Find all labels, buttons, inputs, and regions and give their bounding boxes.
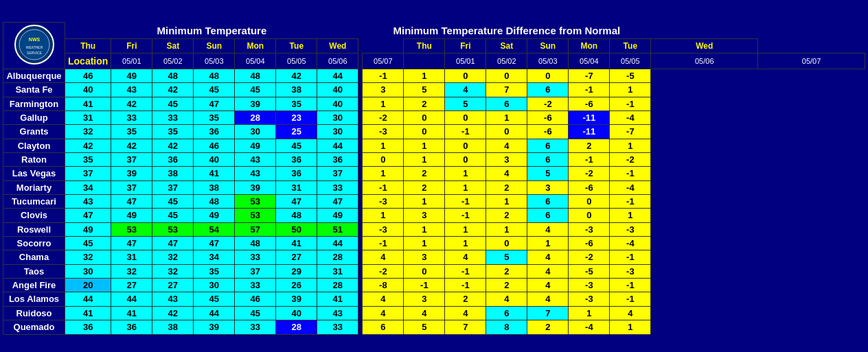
temp-6-2: 36 <box>152 152 194 166</box>
temp-9-5: 47 <box>276 194 317 208</box>
diff-4-2: -1 <box>445 125 486 139</box>
temp-1-5: 38 <box>276 83 317 97</box>
location-1: Santa Fe <box>3 83 65 97</box>
diff-6-5: -1 <box>569 152 610 166</box>
diff-11-3: 1 <box>486 222 527 236</box>
diff-13-1: 3 <box>404 250 445 264</box>
temp-14-0: 30 <box>65 264 111 278</box>
temp-18-3: 39 <box>194 320 235 334</box>
diff-12-0: -1 <box>363 236 404 250</box>
temp-2-0: 41 <box>65 97 111 110</box>
diff-6-1: 1 <box>404 152 445 166</box>
temp-13-5: 27 <box>276 250 317 264</box>
temp-11-2: 53 <box>152 222 194 236</box>
diff-15-3: 2 <box>486 278 527 292</box>
table-row: Ruidoso414142444540434446714 <box>3 306 865 320</box>
diff-13-0: 4 <box>363 250 404 264</box>
diff-0-2: 0 <box>445 69 486 83</box>
location-7: Las Vegas <box>3 167 65 180</box>
temp-8-4: 39 <box>235 180 276 194</box>
main-container: NWS WEATHER SERVICE Minimum Temperature … <box>3 22 865 330</box>
table-row: Raton3537364043363601036-1-2 <box>3 152 865 166</box>
table-row: Taos30323235372931-20-124-5-3 <box>3 264 865 278</box>
temp-16-1: 44 <box>111 292 152 306</box>
diff-8-0: -1 <box>363 180 404 194</box>
min-temp-day-6: Wed <box>317 38 358 53</box>
temp-5-2: 42 <box>152 139 194 152</box>
min-temp-date-5: 05/06 <box>317 53 358 69</box>
svg-text:SERVICE: SERVICE <box>27 51 43 55</box>
diff-2-0: 1 <box>363 97 404 110</box>
diff-1-1: 5 <box>404 83 445 97</box>
min-temp-date-3: 05/04 <box>235 53 276 69</box>
diff-2-6: -1 <box>610 97 651 110</box>
temp-12-5: 41 <box>276 236 317 250</box>
temp-13-1: 31 <box>111 250 152 264</box>
temp-6-4: 43 <box>235 152 276 166</box>
diff-3-6: -4 <box>610 110 651 124</box>
diff-day-1: Fri <box>445 38 486 53</box>
location-10: Clovis <box>3 209 65 222</box>
diff-16-4: 4 <box>527 292 569 306</box>
diff-14-4: 4 <box>527 264 569 278</box>
diff-0-4: 0 <box>527 69 569 83</box>
min-temp-day-1: Fri <box>111 38 152 53</box>
diff-5-1: 1 <box>404 139 445 152</box>
diff-16-6: -1 <box>610 292 651 306</box>
temp-1-0: 40 <box>65 83 111 97</box>
temp-6-3: 40 <box>194 152 235 166</box>
diff-14-5: -5 <box>569 264 610 278</box>
diff-9-1: 1 <box>404 194 445 208</box>
diff-2-5: -6 <box>569 97 610 110</box>
temp-4-3: 36 <box>194 125 235 139</box>
temp-17-3: 44 <box>194 306 235 320</box>
temp-0-3: 48 <box>194 69 235 83</box>
diff-14-1: 0 <box>404 264 445 278</box>
temp-16-2: 43 <box>152 292 194 306</box>
diff-13-5: -2 <box>569 250 610 264</box>
temp-17-4: 45 <box>235 306 276 320</box>
temp-17-6: 43 <box>317 306 358 320</box>
diff-3-4: -6 <box>527 110 569 124</box>
temp-15-3: 30 <box>194 278 235 292</box>
diff-date-6: 05/07 <box>758 53 865 69</box>
diff-14-0: -2 <box>363 264 404 278</box>
min-temp-day-2: Sat <box>152 38 194 53</box>
temp-0-2: 48 <box>152 69 194 83</box>
temp-8-2: 37 <box>152 180 194 194</box>
table-row: Moriarty34373738393133-12123-6-4 <box>3 180 865 194</box>
temp-8-5: 31 <box>276 180 317 194</box>
temp-8-3: 38 <box>194 180 235 194</box>
temp-1-6: 40 <box>317 83 358 97</box>
min-temp-date-1: 05/02 <box>152 53 194 69</box>
temp-7-2: 38 <box>152 167 194 180</box>
temp-14-5: 29 <box>276 264 317 278</box>
diff-9-6: -1 <box>610 194 651 208</box>
diff-day-4: Mon <box>569 38 610 53</box>
diff-17-2: 4 <box>445 306 486 320</box>
diff-day-0: Thu <box>404 38 445 53</box>
diff-12-5: -6 <box>569 236 610 250</box>
svg-text:NWS: NWS <box>28 37 40 42</box>
temp-8-1: 37 <box>111 180 152 194</box>
location-16: Los Alamos <box>3 292 65 306</box>
temp-0-6: 44 <box>317 69 358 83</box>
diff-9-0: -3 <box>363 194 404 208</box>
table-row: Tucumcari43474548534747-31-1160-1 <box>3 194 865 208</box>
table-row: Albuquerque46494848484244-11000-7-5 <box>3 69 865 83</box>
temp-18-0: 36 <box>65 320 111 334</box>
min-temp-day-4: Mon <box>235 38 276 53</box>
diff-15-1: -1 <box>404 278 445 292</box>
temp-3-6: 30 <box>317 110 358 124</box>
diff-8-1: 2 <box>404 180 445 194</box>
temp-6-1: 37 <box>111 152 152 166</box>
temp-2-6: 40 <box>317 97 358 110</box>
diff-day-2: Sat <box>486 38 527 53</box>
temp-5-0: 42 <box>65 139 111 152</box>
diff-18-3: 8 <box>486 320 527 334</box>
diff-7-3: 4 <box>486 167 527 180</box>
temp-12-0: 45 <box>65 236 111 250</box>
diff-16-3: 4 <box>486 292 527 306</box>
location-8: Moriarty <box>3 180 65 194</box>
diff-10-6: 1 <box>610 209 651 222</box>
